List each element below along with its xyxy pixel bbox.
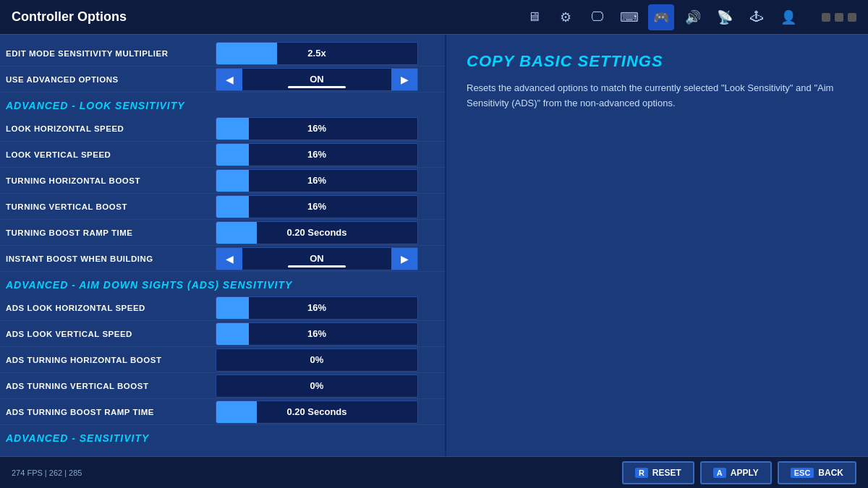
- setting-row: EDIT MODE SENSITIVITY MULTIPLIER2.5x: [0, 40, 445, 67]
- slider-track[interactable]: 16%: [216, 322, 418, 346]
- setting-row: USE ADVANCED OPTIONS◀ON▶: [0, 67, 445, 93]
- slider-value: 0.20 Seconds: [216, 406, 417, 417]
- setting-label: LOOK VERTICAL SPEED: [6, 150, 216, 159]
- slider-track[interactable]: 16%: [216, 195, 418, 218]
- section-header: ADVANCED - AIM DOWN SIGHTS (ADS) SENSITI…: [0, 272, 445, 295]
- back-button[interactable]: ESCBACK: [778, 461, 856, 484]
- close-button[interactable]: [848, 13, 856, 22]
- slider-value: 0.20 Seconds: [216, 227, 417, 238]
- setting-label: TURNING BOOST RAMP TIME: [6, 228, 216, 237]
- footer-buttons: RRESETAAPPLYESCBACK: [622, 461, 856, 484]
- setting-row: INSTANT BOOST WHEN BUILDING◀ON▶: [0, 246, 445, 272]
- footer-fps: 274 FPS | 262 | 285: [12, 468, 82, 477]
- setting-control: 16%: [216, 143, 439, 166]
- setting-row: TURNING BOOST RAMP TIME0.20 Seconds: [0, 220, 445, 246]
- slider-value: 16%: [216, 175, 417, 186]
- btn-key: R: [635, 468, 648, 478]
- btn-key: ESC: [791, 468, 814, 478]
- setting-label: ADS TURNING HORIZONTAL BOOST: [6, 356, 216, 364]
- copy-basic-title: COPY BASIC SETTINGS: [467, 52, 848, 71]
- setting-row: LOOK HORIZONTAL SPEED16%: [0, 116, 445, 142]
- audio-icon[interactable]: 🔊: [680, 4, 706, 30]
- slider-value: 2.5x: [216, 48, 417, 59]
- setting-row: ADS TURNING HORIZONTAL BOOST0%: [0, 347, 445, 373]
- setting-control: 16%: [216, 322, 439, 346]
- toggle-left-arrow[interactable]: ◀: [216, 248, 242, 270]
- btn-key: A: [713, 468, 726, 478]
- user-icon[interactable]: 👤: [775, 4, 801, 30]
- setting-row: LOOK VERTICAL SPEED16%: [0, 142, 445, 168]
- network-icon[interactable]: 📡: [712, 4, 738, 30]
- setting-control: 16%: [216, 296, 439, 320]
- setting-control: ◀ON▶: [216, 247, 439, 270]
- toggle-control[interactable]: ◀ON▶: [216, 68, 418, 91]
- setting-row: ADS TURNING VERTICAL BOOST0%: [0, 373, 445, 399]
- setting-control: 16%: [216, 169, 439, 192]
- slider-track[interactable]: 0.20 Seconds: [216, 401, 418, 424]
- footer: 274 FPS | 262 | 285 RRESETAAPPLYESCBACK: [0, 456, 868, 488]
- section-header: ADVANCED - SENSITIVITY: [0, 425, 445, 448]
- left-panel: EDIT MODE SENSITIVITY MULTIPLIER2.5xUSE …: [0, 35, 445, 456]
- window-title: Controller Options: [12, 9, 127, 25]
- setting-control: 0%: [216, 374, 439, 398]
- window-controls[interactable]: [822, 13, 856, 22]
- minimize-button[interactable]: [822, 13, 830, 22]
- btn-label: BACK: [818, 468, 843, 478]
- slider-value: 16%: [216, 302, 417, 313]
- slider-track[interactable]: 16%: [216, 169, 418, 192]
- title-bar: Controller Options 🖥⚙🖵⌨🎮🔊📡🕹👤: [0, 0, 868, 35]
- setting-label: LOOK HORIZONTAL SPEED: [6, 124, 216, 133]
- btn-label: RESET: [652, 468, 681, 478]
- setting-control: ◀ON▶: [216, 68, 439, 91]
- keyboard-icon[interactable]: ⌨: [616, 4, 642, 30]
- slider-track[interactable]: 2.5x: [216, 42, 418, 65]
- slider-value: 16%: [216, 149, 417, 160]
- toggle-value: ON: [242, 253, 391, 264]
- slider-track[interactable]: 0%: [216, 348, 418, 372]
- top-settings: EDIT MODE SENSITIVITY MULTIPLIER2.5xUSE …: [0, 40, 445, 93]
- setting-control: 2.5x: [216, 42, 439, 65]
- toggle-indicator: [288, 265, 346, 267]
- reset-button[interactable]: RRESET: [622, 461, 694, 484]
- setting-label: ADS TURNING BOOST RAMP TIME: [6, 408, 216, 416]
- controller-icon[interactable]: 🎮: [648, 4, 674, 30]
- toggle-right-arrow[interactable]: ▶: [391, 69, 417, 90]
- toggle-left-arrow[interactable]: ◀: [216, 69, 242, 90]
- gamepad-icon[interactable]: 🕹: [744, 4, 770, 30]
- setting-row: ADS LOOK HORIZONTAL SPEED16%: [0, 295, 445, 321]
- setting-row: TURNING HORIZONTAL BOOST16%: [0, 168, 445, 194]
- apply-button[interactable]: AAPPLY: [700, 461, 772, 484]
- setting-control: 16%: [216, 195, 439, 218]
- setting-label: USE ADVANCED OPTIONS: [6, 75, 216, 84]
- nav-icons: 🖥⚙🖵⌨🎮🔊📡🕹👤: [521, 4, 801, 30]
- slider-value: 0%: [216, 380, 417, 391]
- display-icon[interactable]: 🖵: [584, 4, 610, 30]
- setting-control: 0%: [216, 348, 439, 372]
- copy-basic-desc: Resets the advanced options to match the…: [467, 81, 848, 111]
- toggle-right-arrow[interactable]: ▶: [391, 248, 417, 270]
- setting-label: ADS LOOK VERTICAL SPEED: [6, 330, 216, 338]
- maximize-button[interactable]: [835, 13, 843, 22]
- gear-icon[interactable]: ⚙: [553, 4, 579, 30]
- slider-track[interactable]: 16%: [216, 143, 418, 166]
- slider-track[interactable]: 16%: [216, 296, 418, 320]
- section-header: ADVANCED - LOOK SENSITIVITY: [0, 93, 445, 116]
- slider-value: 16%: [216, 328, 417, 339]
- right-panel: COPY BASIC SETTINGS Resets the advanced …: [445, 35, 868, 456]
- slider-track[interactable]: 0%: [216, 374, 418, 398]
- setting-row: ADS TURNING BOOST RAMP TIME0.20 Seconds: [0, 399, 445, 425]
- slider-value: 16%: [216, 123, 417, 134]
- setting-row: ADS LOOK VERTICAL SPEED16%: [0, 321, 445, 347]
- toggle-value: ON: [242, 74, 391, 85]
- toggle-control[interactable]: ◀ON▶: [216, 247, 418, 270]
- setting-control: 16%: [216, 117, 439, 140]
- monitor-icon[interactable]: 🖥: [521, 4, 547, 30]
- setting-control: 0.20 Seconds: [216, 221, 439, 244]
- slider-track[interactable]: 0.20 Seconds: [216, 221, 418, 244]
- slider-track[interactable]: 16%: [216, 117, 418, 140]
- sections-container: ADVANCED - LOOK SENSITIVITYLOOK HORIZONT…: [0, 93, 445, 448]
- btn-label: APPLY: [731, 468, 759, 478]
- setting-label: INSTANT BOOST WHEN BUILDING: [6, 254, 216, 263]
- setting-label: TURNING VERTICAL BOOST: [6, 202, 216, 211]
- setting-label: TURNING HORIZONTAL BOOST: [6, 176, 216, 185]
